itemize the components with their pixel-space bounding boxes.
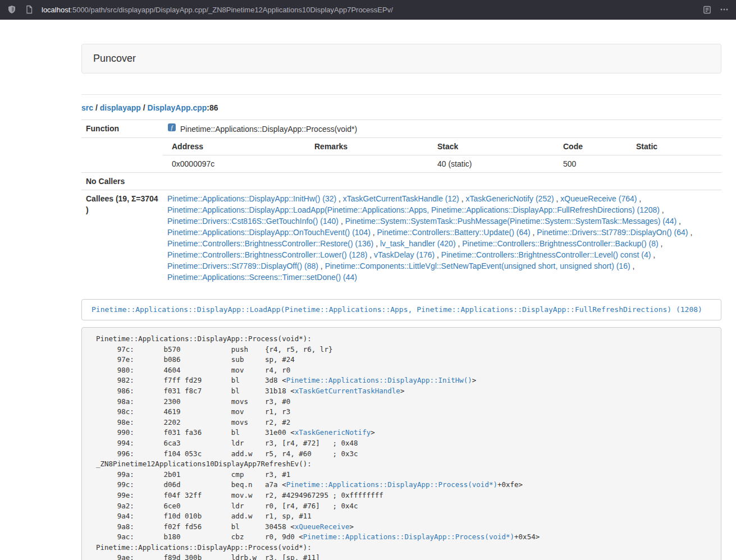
url-host: localhost <box>42 6 70 14</box>
column-header-code: Code <box>554 138 627 155</box>
page-content: Puncover src / displayapp / DisplayApp.c… <box>81 20 721 560</box>
callee-link[interactable]: Pinetime::System::SystemTask::PushMessag… <box>345 217 677 226</box>
url-path: :5000/path/src/displayapp/DisplayApp.cpp… <box>70 6 393 14</box>
callees-row: Callees (19, Σ=3704 ) Pinetime::Applicat… <box>81 190 721 286</box>
page-title: Puncover <box>81 44 721 74</box>
page-icon[interactable] <box>24 4 34 15</box>
callee-link[interactable]: Pinetime::Applications::Screens::Timer::… <box>167 273 357 282</box>
callee-link[interactable]: xTaskGetCurrentTaskHandle (12) <box>343 194 459 203</box>
assembly-symbol-link[interactable]: Pinetime::Applications::DisplayApp::Proc… <box>303 533 514 541</box>
breadcrumb-link[interactable]: displayapp <box>100 103 141 112</box>
callee-link[interactable]: Pinetime::Applications::DisplayApp::Load… <box>167 205 660 214</box>
function-row: Function f Pinetime::Applications::Displ… <box>81 120 721 138</box>
function-icon: f <box>167 123 176 135</box>
breadcrumb-link[interactable]: DisplayApp.cpp <box>148 103 207 112</box>
url-bar[interactable]: localhost:5000/path/src/displayapp/Displ… <box>42 6 695 14</box>
callee-link[interactable]: xTaskGenericNotify (252) <box>465 194 554 203</box>
column-header-remarks: Remarks <box>305 138 428 155</box>
stats-data-row: 0x0000097c 40 (static) 500 <box>163 155 721 173</box>
function-name: Pinetime::Applications::DisplayApp::Proc… <box>180 123 357 135</box>
callee-link[interactable]: Pinetime::Components::LittleVgl::SetNewT… <box>325 261 630 270</box>
column-header-static: Static <box>627 138 721 155</box>
browser-chrome: localhost:5000/path/src/displayapp/Displ… <box>0 0 736 20</box>
breadcrumb: src / displayapp / DisplayApp.cpp:86 <box>81 102 721 113</box>
callee-link[interactable]: lv_task_handler (420) <box>380 239 456 248</box>
cell-remarks <box>305 155 428 173</box>
shield-icon[interactable] <box>7 4 17 15</box>
callee-link[interactable]: Pinetime::Controllers::BrightnessControl… <box>441 250 651 259</box>
breadcrumb-link[interactable]: src <box>81 103 93 112</box>
callees-label: Callees (19, Σ=3704 ) <box>81 190 163 286</box>
callee-link[interactable]: Pinetime::Drivers::St7789::DisplayOn() (… <box>537 228 688 237</box>
callee-link[interactable]: Pinetime::Drivers::Cst816S::GetTouchInfo… <box>167 217 339 226</box>
cell-stack: 40 (static) <box>428 155 554 173</box>
callees-list: Pinetime::Applications::DisplayApp::Init… <box>163 190 721 286</box>
cell-static <box>627 155 721 173</box>
stats-table: Address Remarks Stack Code Static 0x0000… <box>163 138 721 172</box>
assembly-symbol-link[interactable]: xQueueReceive <box>295 522 350 531</box>
assembly-symbol-link[interactable]: xTaskGenericNotify <box>295 428 371 437</box>
callee-link[interactable]: Pinetime::Controllers::Battery::Update()… <box>377 228 531 237</box>
stats-row: Address Remarks Stack Code Static 0x0000… <box>81 138 721 173</box>
callee-link[interactable]: Pinetime::Controllers::BrightnessControl… <box>462 239 658 248</box>
selected-callee-box: Pinetime::Applications::DisplayApp::Load… <box>81 299 721 320</box>
column-header-address: Address <box>163 138 305 155</box>
callee-link[interactable]: Pinetime::Controllers::BrightnessControl… <box>167 250 367 259</box>
column-header-stack: Stack <box>428 138 554 155</box>
callee-link[interactable]: Pinetime::Applications::DisplayApp::OnTo… <box>167 228 371 237</box>
divider <box>81 94 721 95</box>
selected-callee-link[interactable]: Pinetime::Applications::DisplayApp::Load… <box>92 305 702 314</box>
cell-address: 0x0000097c <box>163 155 305 173</box>
callee-link[interactable]: Pinetime::Drivers::St7789::DisplayOff() … <box>167 261 318 270</box>
cell-code: 500 <box>554 155 627 173</box>
assembly-symbol-link[interactable]: Pinetime::Applications::DisplayApp::Init… <box>286 376 472 384</box>
assembly-symbol-link[interactable]: xTaskGetCurrentTaskHandle <box>295 387 400 395</box>
callee-link[interactable]: xQueueReceive (764) <box>560 194 637 203</box>
no-callers-row: No Callers <box>81 173 721 190</box>
function-label: Function <box>81 120 163 138</box>
reader-view-icon[interactable] <box>702 4 712 15</box>
no-callers-label: No Callers <box>81 173 163 190</box>
callee-link[interactable]: Pinetime::Applications::DisplayApp::Init… <box>167 194 336 203</box>
overflow-menu-icon[interactable] <box>719 4 729 15</box>
assembly-symbol-link[interactable]: Pinetime::Applications::DisplayApp::Proc… <box>286 480 497 489</box>
callee-link[interactable]: Pinetime::Controllers::BrightnessControl… <box>167 239 373 248</box>
assembly-code: Pinetime::Applications::DisplayApp::Proc… <box>81 327 721 560</box>
function-table: Function f Pinetime::Applications::Displ… <box>81 120 721 286</box>
callee-link[interactable]: vTaskDelay (176) <box>374 250 435 259</box>
